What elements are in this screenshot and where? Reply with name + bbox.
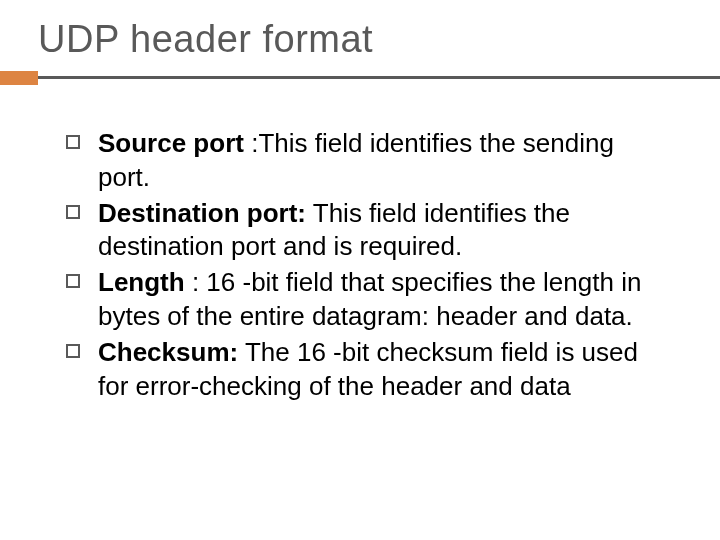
list-item: Destination port: This field identifies …: [66, 197, 672, 265]
divider-row: [0, 71, 720, 85]
list-item-text: Checksum: The 16 -bit checksum field is …: [98, 336, 672, 404]
list-item: Length : 16 -bit field that specifies th…: [66, 266, 672, 334]
bullet-icon: [66, 274, 80, 288]
horizontal-rule: [38, 76, 720, 85]
list-item-text: Source port :This field identifies the s…: [98, 127, 672, 195]
content-area: Source port :This field identifies the s…: [0, 85, 720, 403]
bullet-icon: [66, 344, 80, 358]
accent-block: [0, 71, 38, 85]
bullet-icon: [66, 205, 80, 219]
bullet-icon: [66, 135, 80, 149]
slide-title: UDP header format: [0, 0, 720, 71]
list-item-text: Destination port: This field identifies …: [98, 197, 672, 265]
list-item-text: Length : 16 -bit field that specifies th…: [98, 266, 672, 334]
list-item: Checksum: The 16 -bit checksum field is …: [66, 336, 672, 404]
list-item: Source port :This field identifies the s…: [66, 127, 672, 195]
